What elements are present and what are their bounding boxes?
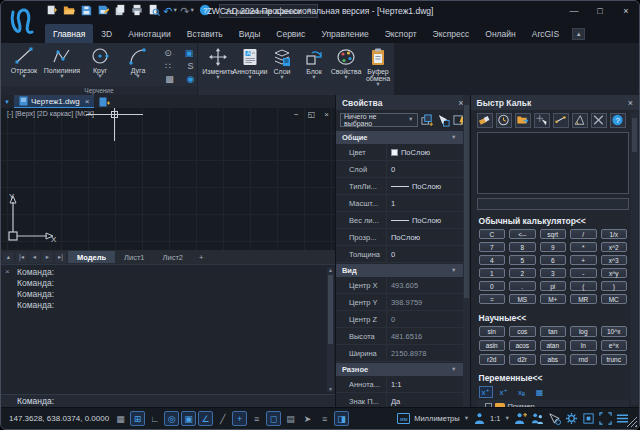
clear-button[interactable]	[477, 113, 493, 128]
annotation-scale-value[interactable]: 1:1	[490, 414, 500, 423]
new-file-button[interactable]	[45, 5, 58, 18]
otrack-toggle[interactable]: ╱	[215, 411, 230, 426]
sci-d2r-button[interactable]: d2r	[509, 354, 536, 365]
quickcalc-scrollbar[interactable]	[631, 112, 638, 405]
layout-tab-лист1[interactable]: Лист1	[115, 251, 153, 263]
quickcalc-history-box[interactable]	[477, 132, 629, 194]
sci-10-x-button[interactable]: 10^x	[601, 326, 627, 337]
mdi-minimize-icon[interactable]: −	[294, 110, 299, 119]
lwt-toggle[interactable]: ≡	[249, 411, 264, 426]
sci-sin-button[interactable]: sin	[479, 326, 505, 337]
ribbon-tab-arcgis[interactable]: ArcGIS	[524, 24, 567, 43]
calc-6-button[interactable]: 6	[540, 255, 566, 265]
mdi-restore-icon[interactable]: ◱	[308, 110, 316, 119]
property-value[interactable]: 0	[386, 161, 463, 177]
property-value[interactable]: ПоСлою	[386, 212, 463, 228]
sci-ln-button[interactable]: ln	[570, 340, 597, 351]
ribbon-tab-управление[interactable]: Управление	[313, 24, 376, 43]
calc-4-button[interactable]: 4	[479, 255, 505, 265]
settings-gear-icon[interactable]	[565, 412, 578, 425]
tool-block[interactable]: Блок▼	[298, 45, 330, 88]
ortho-toggle[interactable]: ∟	[147, 411, 162, 426]
tool-layers[interactable]: Слои▼	[266, 45, 298, 88]
tool-arc[interactable]: Дуга▼	[119, 44, 157, 80]
ribbon-tab-онлайн[interactable]: Онлайн	[477, 24, 523, 43]
quickcalc-close-icon[interactable]: ×	[628, 98, 633, 108]
circle-center-tool[interactable]: ⊙·	[159, 47, 180, 60]
angle-button[interactable]	[572, 113, 588, 128]
layout-menu-icon[interactable]: ▴	[3, 252, 14, 263]
sci-rnd-button[interactable]: rnd	[570, 354, 597, 365]
hatch-tool[interactable]: ▩	[159, 73, 180, 86]
next-layout-icon[interactable]: ▸	[42, 252, 53, 263]
property-value[interactable]: ПоСлою	[386, 144, 463, 160]
snap-toggle[interactable]: ▦	[113, 411, 128, 426]
calc-9-button[interactable]: 9	[540, 242, 566, 252]
calc-m--button[interactable]: M+	[540, 294, 566, 304]
sci-trunc-button[interactable]: trunc	[601, 354, 627, 365]
calc-mc-button[interactable]: MC	[601, 294, 627, 304]
calc-x-2-button[interactable]: x^2	[601, 242, 627, 252]
new-variable-icon[interactable]: x⁺	[479, 386, 493, 398]
status-menu-icon[interactable]	[616, 412, 629, 425]
property-value[interactable]: 493.605	[386, 277, 463, 293]
scientific-section[interactable]: Научные<<	[471, 304, 639, 326]
property-value[interactable]: 1:1	[386, 376, 463, 392]
property-value[interactable]: ПоСлою	[386, 229, 463, 245]
sci-r2d-button[interactable]: r2d	[479, 354, 505, 365]
calc-ms-button[interactable]: MS	[509, 294, 536, 304]
drawing-canvas[interactable]: [-] [Верх] [2D каркас] [МСК] − ◱ ×	[1, 108, 335, 250]
sci-e-x-button[interactable]: e^x	[601, 340, 627, 351]
open-file-button[interactable]	[62, 5, 75, 18]
minimize-button[interactable]: —	[561, 2, 587, 20]
batch-plot-button[interactable]	[113, 5, 126, 18]
ribbon-tab-экспорт[interactable]: Экспорт	[377, 24, 425, 43]
polar-toggle[interactable]: ▣	[181, 411, 196, 426]
property-value[interactable]: 0	[386, 246, 463, 262]
calc---button[interactable]: )	[601, 281, 627, 291]
sci-tan-button[interactable]: tan	[540, 326, 566, 337]
ribbon-tab-аннотации[interactable]: Аннотации	[120, 24, 179, 43]
command-window[interactable]: × Команда:Команда:Команда:Команда: Коман…	[1, 264, 335, 407]
calc---button[interactable]: (	[570, 281, 597, 291]
ribbon-tab-сервис[interactable]: Сервис	[268, 24, 313, 43]
new-calculator-variable-icon[interactable]: x⁺	[497, 386, 511, 398]
ribbon-tab-главная[interactable]: Главная	[45, 24, 93, 43]
calc-3-button[interactable]: 3	[540, 268, 566, 278]
ribbon-tab-вставить[interactable]: Вставить	[179, 24, 231, 43]
variables-section[interactable]: Переменные<<	[471, 365, 639, 384]
property-value[interactable]: 0	[386, 311, 463, 327]
mdi-close-icon[interactable]: ×	[324, 110, 329, 119]
calc---button[interactable]: +	[570, 255, 597, 265]
intersection-button[interactable]	[591, 113, 607, 128]
calc-5-button[interactable]: 5	[509, 255, 536, 265]
calc-1-button[interactable]: 1	[479, 268, 505, 278]
ribbon-group-label[interactable]: Черчение	[1, 86, 197, 95]
close-button[interactable]: ×	[613, 2, 639, 20]
annotation-visibility-icon[interactable]	[514, 412, 527, 425]
select-cycling-toggle[interactable]: ➤	[300, 411, 315, 426]
property-value[interactable]: Да	[386, 393, 463, 407]
maximize-button[interactable]: □	[587, 2, 613, 20]
property-value[interactable]: 481.6516	[386, 328, 463, 344]
distance-button[interactable]	[553, 113, 569, 128]
undo-button[interactable]: ↶▼	[164, 5, 177, 18]
prev-layout-icon[interactable]: ◂	[29, 252, 40, 263]
calc---button[interactable]: =	[479, 294, 505, 304]
save-as-button[interactable]	[96, 5, 109, 18]
tool-circle[interactable]: Круг▼	[81, 44, 119, 80]
layout-tab-модель[interactable]: Модель	[68, 251, 115, 263]
grid-toggle[interactable]: ⊞	[130, 411, 145, 426]
edit-variable-icon[interactable]: xₑ	[515, 386, 529, 398]
add-layout-button[interactable]: +	[193, 253, 209, 262]
layout-tab-лист2[interactable]: Лист2	[154, 251, 192, 263]
calc---button[interactable]: /	[570, 229, 597, 239]
cycle-toggle[interactable]: ◻	[266, 411, 281, 426]
tab-list-dropdown-icon[interactable]: ▼	[3, 99, 11, 105]
ribbon-tab-экспресс[interactable]: Экспресс	[425, 24, 478, 43]
tool-polyline[interactable]: Полилиния▼	[43, 44, 81, 80]
standard-calculator-section[interactable]: Обычный калькулятор<<	[471, 210, 639, 229]
menu-lines-toggle[interactable]: ≡	[317, 411, 332, 426]
isolate-toggle[interactable]: ◨	[334, 411, 349, 426]
quickcalc-input[interactable]	[477, 198, 629, 210]
